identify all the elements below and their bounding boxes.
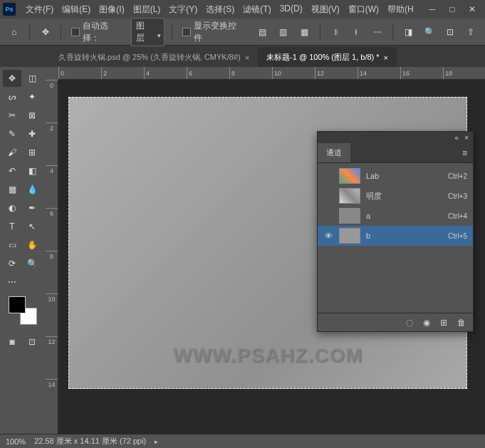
dodge-tool[interactable]: ◐ [3,199,21,217]
history-brush-tool[interactable]: ↶ [3,162,21,179]
channel-row-lightness[interactable]: 明度 Ctrl+3 [318,186,473,206]
distribute-v-icon[interactable]: ⫲ [348,24,365,41]
align-left-icon[interactable]: ▤ [254,24,271,41]
menu-3d[interactable]: 3D(D) [276,1,307,19]
visibility-icon[interactable]: 👁 [323,231,333,241]
workspace-icon[interactable]: ⊡ [442,24,459,41]
healing-tool[interactable]: ✚ [23,125,41,142]
3d-mode-icon[interactable]: ◨ [400,24,417,41]
menu-filter[interactable]: 滤镜(T) [239,1,275,19]
menu-image[interactable]: 图像(I) [95,1,128,19]
channel-name: b [366,231,442,240]
move-tool-icon[interactable]: ✥ [37,24,53,41]
hand-tool[interactable]: ✋ [23,236,41,254]
ruler-vertical: 024 6810 1214 [46,80,58,434]
menu-window[interactable]: 窗口(W) [344,1,383,19]
channel-row-b[interactable]: 👁 b Ctrl+5 [318,226,473,246]
auto-select-check[interactable]: 自动选择： [68,20,126,44]
canvas-area[interactable]: 024 6810 121416 1820 024 6810 1214 WWW.P… [46,67,485,434]
channel-name: a [366,212,442,220]
panel-tabs: 通道 ≡ [318,143,473,163]
lasso-tool[interactable]: ᔕ [3,88,21,105]
zoom-level[interactable]: 100% [6,437,26,446]
path-tool[interactable]: ↖ [23,218,41,235]
delete-channel-icon[interactable]: 🗑 [457,318,466,328]
close-icon[interactable]: × [245,53,249,62]
minimize-button[interactable]: ─ [422,2,442,16]
doc-tab-1[interactable]: 久香旋转火锅.psd @ 25% (久香旋转火锅, CMYK/8#) × [50,47,258,67]
close-icon[interactable]: × [384,53,388,62]
channels-panel: « × 通道 ≡ Lab Ctrl+2 明度 Ctrl+3 [317,131,474,332]
layer-select-dropdown[interactable]: 图层 [131,18,165,46]
ruler-corner [46,67,58,80]
gradient-tool[interactable]: ▦ [3,181,21,198]
align-right-icon[interactable]: ▦ [296,24,312,41]
more-icon[interactable]: ⋯ [369,24,385,41]
magic-wand-tool[interactable]: ✦ [23,88,41,105]
channel-row-lab[interactable]: Lab Ctrl+2 [318,166,473,186]
rotate-tool[interactable]: ⟳ [3,255,21,272]
menu-select[interactable]: 选择(S) [202,1,239,19]
menu-layer[interactable]: 图层(L) [129,1,165,19]
channel-thumbnail [339,168,360,184]
search-icon[interactable]: 🔍 [421,24,437,41]
visibility-icon[interactable] [323,211,333,221]
crop-tool[interactable]: ✂ [3,107,21,124]
type-tool[interactable]: T [3,218,21,235]
window-controls: ─ □ ✕ [422,2,482,16]
visibility-icon[interactable] [323,191,333,201]
new-channel-icon[interactable]: ⊞ [440,318,447,328]
menu-view[interactable]: 视图(V) [307,1,344,19]
distribute-h-icon[interactable]: ⫴ [328,24,344,41]
screen-mode-tool[interactable]: ⊡ [23,333,41,350]
show-transform-check[interactable]: 显示变换控件 [179,20,246,44]
close-icon[interactable]: × [464,134,469,142]
menu-bar: 文件(F) 编辑(E) 图像(I) 图层(L) 文字(Y) 选择(S) 滤镜(T… [21,1,422,19]
separator [172,24,172,40]
checkbox-icon[interactable] [182,28,191,36]
brush-tool[interactable]: 🖌 [3,144,21,161]
share-icon[interactable]: ⇪ [463,24,479,41]
menu-file[interactable]: 文件(F) [21,1,58,19]
panel-header[interactable]: « × [318,132,473,143]
foreground-color-swatch[interactable] [9,296,26,313]
save-selection-icon[interactable]: ◉ [423,318,430,328]
channels-list: Lab Ctrl+2 明度 Ctrl+3 a Ctrl+4 👁 [318,163,473,313]
info-dropdown-icon[interactable]: ▸ [155,438,158,445]
eyedropper-tool[interactable]: ✎ [3,125,21,142]
menu-edit[interactable]: 编辑(E) [58,1,95,19]
app-logo: Ps [3,3,16,16]
edit-toolbar[interactable]: ⋯ [3,274,21,291]
doc-info[interactable]: 22.58 厘米 x 14.11 厘米 (72 ppi) [34,436,146,447]
quick-mask-tool[interactable]: ◙ [3,333,21,350]
color-swatches[interactable] [9,296,37,325]
channels-tab[interactable]: 通道 [318,143,350,162]
panel-menu-icon[interactable]: ≡ [457,148,473,158]
status-bar: 100% 22.58 厘米 x 14.11 厘米 (72 ppi) ▸ [0,434,485,448]
maximize-button[interactable]: □ [442,2,462,16]
align-center-icon[interactable]: ▥ [275,24,291,41]
doc-tab-2[interactable]: 未标题-1 @ 100% (图层 1, b/8) * × [258,47,397,67]
frame-tool[interactable]: ⊠ [23,107,41,124]
stamp-tool[interactable]: ⊞ [23,144,41,161]
close-button[interactable]: ✕ [462,2,482,16]
home-icon[interactable]: ⌂ [6,24,22,41]
zoom-tool[interactable]: 🔍 [23,255,41,272]
collapse-icon[interactable]: « [455,134,459,142]
channel-name: Lab [366,172,442,180]
channel-thumbnail [339,228,360,244]
pen-tool[interactable]: ✒ [23,199,41,217]
menu-type[interactable]: 文字(Y) [165,1,202,19]
marquee-tool[interactable]: ◫ [23,70,41,87]
checkbox-icon[interactable] [71,28,80,36]
eraser-tool[interactable]: ◧ [23,162,41,179]
shape-tool[interactable]: ▭ [3,236,21,254]
visibility-icon[interactable] [323,171,333,181]
channel-row-a[interactable]: a Ctrl+4 [318,206,473,226]
options-bar: ⌂ ✥ 自动选择： 图层 显示变换控件 ▤ ▥ ▦ ⫴ ⫲ ⋯ ◨ 🔍 ⊡ ⇪ [0,19,485,46]
main-area: ✥ ◫ ᔕ ✦ ✂ ⊠ ✎ ✚ 🖌 ⊞ ↶ ◧ ▦ 💧 ◐ ✒ T ↖ ▭ ✋ … [0,67,485,434]
menu-help[interactable]: 帮助(H [383,1,418,19]
blur-tool[interactable]: 💧 [23,181,41,198]
move-tool[interactable]: ✥ [3,70,21,87]
load-selection-icon[interactable]: ◌ [406,318,413,328]
